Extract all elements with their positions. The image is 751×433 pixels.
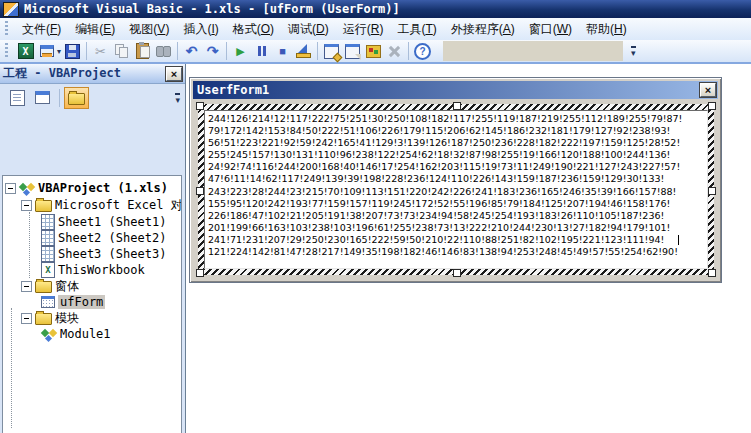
- break-button[interactable]: [251, 41, 272, 62]
- selection-handle-top-right[interactable]: [708, 102, 716, 110]
- menu-edit[interactable]: 编辑(E): [68, 18, 122, 41]
- tree-item-modules-folder[interactable]: 模块: [21, 310, 79, 326]
- collapse-icon[interactable]: [21, 281, 32, 292]
- workbook-icon: X: [41, 262, 55, 278]
- folder-icon: [35, 313, 52, 325]
- selection-handle-bottom-right[interactable]: [708, 269, 716, 277]
- project-explorer-header[interactable]: 工程 - VBAProject ×: [0, 64, 185, 84]
- excel-icon: X: [18, 43, 34, 59]
- tree-item-vbaproject[interactable]: VBAProject (1.xls): [5, 180, 168, 196]
- tree-item-sheet1[interactable]: Sheet1 (Sheet1): [41, 214, 166, 230]
- userform-close-button[interactable]: ×: [700, 83, 716, 97]
- selection-handle-mid-left[interactable]: [196, 187, 204, 195]
- selection-handle-bottom-left[interactable]: [196, 269, 204, 277]
- menu-bar: 文件(F) 编辑(E) 视图(V) 插入(I) 格式(O) 调试(D) 运行(R…: [0, 18, 751, 40]
- folder-icon: [35, 200, 52, 212]
- pause-icon: [258, 46, 266, 56]
- tree-label: VBAProject (1.xls): [38, 181, 168, 195]
- project-explorer-button[interactable]: [321, 41, 342, 62]
- toggle-folders-button[interactable]: [64, 87, 89, 109]
- userform-title: UserfForm1: [197, 83, 269, 97]
- userform-designer-window[interactable]: UserfForm1 × 244!126!214!12!117!222!75!2…: [189, 77, 722, 283]
- userform-design-surface[interactable]: 244!126!214!12!117!222!75!251!30!250!108…: [193, 99, 718, 279]
- tree-item-sheet3[interactable]: Sheet3 (Sheet3): [41, 246, 166, 262]
- cut-button[interactable]: ✂: [90, 41, 111, 62]
- textbox-line: 155!95!120!242!193!77!159!157!119!245!17…: [208, 198, 705, 210]
- menu-debug[interactable]: 调试(D): [281, 18, 336, 41]
- properties-window-button[interactable]: [342, 41, 363, 62]
- tree-item-sheet2[interactable]: Sheet2 (Sheet2): [41, 230, 166, 246]
- toolbar-separator: [177, 42, 178, 60]
- worksheet-icon: [41, 246, 55, 262]
- standard-toolbar: X ▾ ✂ ↶ ↷ ▶ ■ ? ▾: [0, 40, 751, 64]
- menu-view[interactable]: 视图(V): [122, 18, 176, 41]
- menu-file[interactable]: 文件(F): [15, 18, 68, 41]
- textbox-line: 79!172!142!153!84!50!222!51!106!226!179!…: [208, 125, 705, 137]
- textbox-line: 255!245!157!130!131!110!96!238!122!254!6…: [208, 149, 705, 161]
- collapse-icon[interactable]: [5, 183, 16, 194]
- project-tree[interactable]: VBAProject (1.xls) Microsoft Excel 对象 Sh…: [2, 175, 182, 433]
- tree-item-module1[interactable]: Module1: [41, 326, 111, 342]
- toolbar-grip-handle[interactable]: [5, 43, 8, 59]
- find-button[interactable]: [153, 41, 174, 62]
- userform-textbox[interactable]: 244!126!214!12!117!222!75!251!30!250!108…: [204, 110, 708, 269]
- control-selection-border[interactable]: 244!126!214!12!117!222!75!251!30!250!108…: [198, 104, 714, 275]
- tree-item-thisworkbook[interactable]: X ThisWorkbook: [41, 262, 145, 278]
- menu-format[interactable]: 格式(O): [226, 18, 281, 41]
- project-explorer-title: 工程 - VBAProject: [3, 65, 121, 82]
- copy-button[interactable]: [111, 41, 132, 62]
- redo-button[interactable]: ↷: [202, 41, 223, 62]
- tree-connector: [29, 212, 30, 278]
- insert-dropdown-arrow-icon[interactable]: ▾: [57, 47, 61, 56]
- toolbox-button[interactable]: [384, 41, 405, 62]
- toolbar-separator: [59, 89, 60, 107]
- collapse-icon[interactable]: [21, 200, 32, 211]
- panel-toolbar-options-button[interactable]: ▾: [175, 93, 180, 104]
- save-button[interactable]: [62, 41, 83, 62]
- paste-button[interactable]: [132, 41, 153, 62]
- collapse-icon[interactable]: [21, 313, 32, 324]
- selection-handle-bottom-center[interactable]: [453, 269, 461, 277]
- insert-userform-button[interactable]: [36, 41, 57, 62]
- selection-handle-top-center[interactable]: [453, 102, 461, 110]
- textbox-line: 24!92!74!116!244!200!168!40!146!17!254!1…: [208, 161, 705, 173]
- tree-item-excel-objects[interactable]: Microsoft Excel 对象: [21, 197, 182, 213]
- scissors-icon: ✂: [95, 45, 106, 58]
- tree-item-ufform[interactable]: ufForm: [41, 294, 105, 310]
- menu-insert[interactable]: 插入(I): [176, 18, 225, 41]
- project-explorer-toolbar: ▾: [0, 84, 185, 111]
- help-button[interactable]: ?: [412, 41, 433, 62]
- tree-label-selected: ufForm: [58, 295, 105, 309]
- userform-titlebar[interactable]: UserfForm1 ×: [193, 81, 718, 99]
- project-explorer-close-button[interactable]: ×: [166, 67, 182, 81]
- view-excel-button[interactable]: X: [15, 41, 36, 62]
- selection-handle-mid-right[interactable]: [708, 187, 716, 195]
- menu-help[interactable]: 帮助(H): [579, 18, 634, 41]
- view-code-icon: [10, 90, 25, 106]
- menu-window[interactable]: 窗口(W): [522, 18, 579, 41]
- properties-window-icon: [345, 44, 360, 59]
- view-object-button[interactable]: [30, 87, 55, 109]
- object-browser-icon: [366, 45, 381, 58]
- menubar-grip-handle[interactable]: [5, 21, 8, 37]
- stop-icon: ■: [279, 46, 286, 57]
- textbox-line: 241!71!231!207!29!250!230!165!222!59!50!…: [208, 234, 705, 246]
- tree-item-forms-folder[interactable]: 窗体: [21, 278, 79, 294]
- reset-button[interactable]: ■: [272, 41, 293, 62]
- tree-connector: [11, 308, 12, 428]
- menu-tools[interactable]: 工具(T): [390, 18, 443, 41]
- textbox-line: 244!126!214!12!117!222!75!251!30!250!108…: [208, 113, 705, 125]
- menu-run[interactable]: 运行(R): [336, 18, 391, 41]
- object-browser-button[interactable]: [363, 41, 384, 62]
- toolbar-options-button[interactable]: ▾: [631, 46, 636, 57]
- design-mode-icon: [296, 44, 311, 58]
- design-mode-button[interactable]: [293, 41, 314, 62]
- menu-addins[interactable]: 外接程序(A): [444, 18, 522, 41]
- view-code-button[interactable]: [5, 87, 30, 109]
- run-button[interactable]: ▶: [230, 41, 251, 62]
- undo-button[interactable]: ↶: [181, 41, 202, 62]
- textbox-line: 56!51!223!221!92!59!242!165!41!129!3!139…: [208, 137, 705, 149]
- tree-label: Sheet1 (Sheet1): [58, 215, 166, 229]
- selection-handle-top-left[interactable]: [196, 102, 204, 110]
- textbox-line: 201!199!66!163!103!238!103!196!61!255!23…: [208, 222, 705, 234]
